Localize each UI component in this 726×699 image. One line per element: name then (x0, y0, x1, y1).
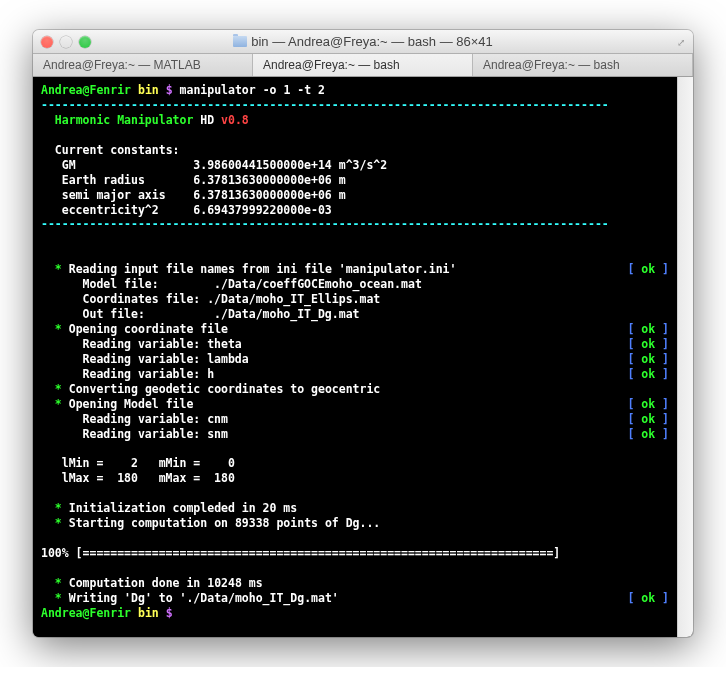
terminal-area: Andrea@Fenrir bin $ manipulator -o 1 -t … (33, 77, 693, 637)
log-line: Reading input file names from ini file '… (69, 262, 457, 276)
scrollbar[interactable] (677, 77, 693, 637)
prompt-userhost-2: Andrea@Fenrir (41, 606, 131, 620)
divider: ----------------------------------------… (41, 98, 609, 112)
minimize-button[interactable] (60, 36, 72, 48)
log-line: Reading variable: lambda (83, 352, 249, 366)
log-line: Opening Model file (69, 397, 194, 411)
status-ok: [ ok ] (627, 367, 669, 382)
prompt-cwd-2: bin (138, 606, 159, 620)
status-ok: [ ok ] (627, 352, 669, 367)
terminal-window: bin — Andrea@Freya:~ — bash — 86×41 ⤢ An… (33, 30, 693, 637)
constants-rows: GM 3.98600441500000e+14 m^3/s^2 Earth ra… (41, 158, 669, 218)
status-ok: [ ok ] (627, 322, 669, 337)
log-line: Reading variable: snm (83, 427, 228, 441)
log-line: Starting computation on 89338 points of … (69, 516, 381, 530)
close-button[interactable] (41, 36, 53, 48)
progress-bar: 100% [==================================… (41, 546, 560, 560)
log-line: Coordinates file: ./Data/moho_IT_Ellips.… (83, 292, 381, 306)
expand-icon[interactable]: ⤢ (677, 37, 687, 47)
traffic-lights (41, 36, 91, 48)
log-line: Model file: ./Data/coeffGOCEmoho_ocean.m… (83, 277, 422, 291)
prompt-command: manipulator -o 1 -t 2 (180, 83, 325, 97)
window-title: bin — Andrea@Freya:~ — bash — 86×41 (33, 34, 693, 49)
log-line: Reading variable: h (83, 367, 215, 381)
log-line: Computation done in 10248 ms (69, 576, 263, 590)
log-line: Opening coordinate file (69, 322, 228, 336)
status-ok: [ ok ] (627, 591, 669, 606)
log-line: Writing 'Dg' to './Data/moho_IT_Dg.mat' (69, 591, 339, 605)
terminal-output[interactable]: Andrea@Fenrir bin $ manipulator -o 1 -t … (33, 77, 677, 637)
log-line: Reading variable: theta (83, 337, 242, 351)
folder-icon (233, 36, 247, 47)
divider-2: ----------------------------------------… (41, 217, 609, 231)
tab-bash-1[interactable]: Andrea@Freya:~ — bash (253, 54, 473, 76)
prompt-userhost: Andrea@Fenrir (41, 83, 131, 97)
log-ranges: lMin = 2 mMin = 0 lMax = 180 mMax = 180 (41, 456, 235, 485)
status-ok: [ ok ] (627, 397, 669, 412)
zoom-button[interactable] (79, 36, 91, 48)
tab-bar: Andrea@Freya:~ — MATLAB Andrea@Freya:~ —… (33, 54, 693, 77)
window-title-text: bin — Andrea@Freya:~ — bash — 86×41 (251, 34, 493, 49)
tab-bash-2[interactable]: Andrea@Freya:~ — bash (473, 54, 693, 76)
app-version: v0.8 (221, 113, 249, 127)
status-ok: [ ok ] (627, 427, 669, 442)
log-line: Reading variable: cnm (83, 412, 228, 426)
status-ok: [ ok ] (627, 412, 669, 427)
log-line: Converting geodetic coordinates to geoce… (69, 382, 381, 396)
prompt-symbol: $ (166, 83, 173, 97)
status-ok: [ ok ] (627, 337, 669, 352)
constants-label: Current constants: (55, 143, 180, 157)
prompt-cwd: bin (138, 83, 159, 97)
app-name-2: HD (200, 113, 214, 127)
prompt-symbol-2: $ (166, 606, 173, 620)
log-line: Initialization compleded in 20 ms (69, 501, 297, 515)
log-line: Out file: ./Data/moho_IT_Dg.mat (83, 307, 360, 321)
tab-matlab[interactable]: Andrea@Freya:~ — MATLAB (33, 54, 253, 76)
titlebar[interactable]: bin — Andrea@Freya:~ — bash — 86×41 ⤢ (33, 30, 693, 54)
status-ok: [ ok ] (627, 262, 669, 277)
app-name: Harmonic Manipulator (55, 113, 193, 127)
